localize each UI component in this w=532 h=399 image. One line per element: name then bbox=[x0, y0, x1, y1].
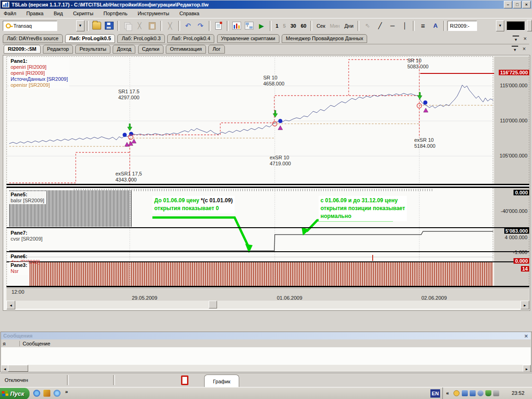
connection-label: Transaq bbox=[13, 23, 32, 29]
chart-button[interactable] bbox=[231, 20, 242, 31]
text-tool[interactable]: A bbox=[429, 20, 441, 31]
tray-clock-icon[interactable] bbox=[453, 390, 459, 396]
open-button[interactable] bbox=[91, 20, 103, 31]
pane-separator[interactable] bbox=[6, 187, 529, 188]
tab-workspace-prologik05[interactable]: Лаб: ProLogik0.5 bbox=[65, 34, 115, 43]
layout-button[interactable] bbox=[243, 20, 255, 31]
scroll-thumb[interactable] bbox=[8, 365, 28, 372]
title-bar[interactable]: TSLab (версия 1.1.7.17) - C:\МТС\TSLab\Н… bbox=[0, 0, 532, 9]
interval-5-button[interactable]: 5 bbox=[281, 21, 288, 31]
connection-combo[interactable]: Transaq bbox=[3, 21, 57, 31]
run-button[interactable]: ▶ bbox=[256, 20, 267, 31]
tray-volume-icon[interactable] bbox=[493, 390, 499, 396]
script-button[interactable] bbox=[213, 20, 224, 31]
hline-tool[interactable]: ─ bbox=[387, 20, 398, 31]
quicklaunch-ie-icon[interactable] bbox=[54, 390, 60, 397]
chart-view-button[interactable]: График bbox=[204, 375, 239, 388]
messages-header-row: я Сообщение bbox=[1, 340, 531, 348]
legend-source: ИсточнДанных [SR2009] bbox=[11, 76, 68, 82]
menu-item-scripts[interactable]: Скрипты bbox=[73, 11, 93, 16]
close-button[interactable]: × bbox=[522, 1, 531, 8]
quicklaunch-more-icon[interactable]: » bbox=[65, 389, 68, 394]
tray-expand-icon[interactable]: « bbox=[446, 390, 449, 396]
tab-workspace-scripts[interactable]: Управление скриптами bbox=[217, 34, 279, 43]
unit-min-button[interactable]: Мин bbox=[328, 21, 341, 31]
messages-list[interactable] bbox=[1, 347, 531, 365]
messages-title-bar[interactable]: Сообщения × bbox=[1, 332, 531, 339]
taskbar: Пуск » Насч... 2 Бл...▾ X 5 Mi...▾ V PRO… bbox=[0, 387, 532, 399]
pane-separator[interactable] bbox=[6, 261, 529, 262]
vline-tool[interactable]: │ bbox=[399, 20, 411, 31]
minimize-button[interactable]: – bbox=[504, 1, 512, 8]
instrument-dropdown[interactable]: ▼ bbox=[496, 20, 504, 31]
tab-view-log[interactable]: Лог bbox=[208, 45, 224, 54]
menu-item-tools[interactable]: Инструменты bbox=[138, 11, 169, 16]
interval-1-button[interactable]: 1 bbox=[274, 21, 280, 31]
cut-button[interactable]: ╳ bbox=[134, 20, 145, 31]
tab-view-results[interactable]: Результаты bbox=[75, 45, 110, 54]
unit-sec-button[interactable]: Сек bbox=[314, 21, 327, 31]
connection-dropdown[interactable]: ▼ bbox=[76, 20, 85, 31]
list-tool[interactable]: ≡ bbox=[417, 20, 429, 31]
menu-item-view[interactable]: Вид bbox=[54, 11, 63, 16]
quicklaunch-browser-icon[interactable] bbox=[33, 390, 40, 397]
tab-view-income[interactable]: Доход bbox=[113, 45, 135, 54]
tab-workspace-prologik03[interactable]: Лаб: ProLogik0.3 bbox=[117, 34, 164, 43]
tray-messenger-icon[interactable] bbox=[478, 390, 484, 396]
redo-button[interactable]: ↷ bbox=[195, 20, 206, 31]
legend-openiri: openiri [RI2009] bbox=[11, 64, 47, 70]
scroll-left-button[interactable]: ◂ bbox=[6, 301, 15, 309]
tab-workspace-dayrevbs[interactable]: Лаб: DAYrevBs source bbox=[3, 34, 63, 43]
tab-view-trades[interactable]: Сделки bbox=[138, 45, 164, 54]
menu-item-portfolio[interactable]: Портфель bbox=[103, 11, 127, 16]
color-swatch[interactable] bbox=[507, 21, 525, 30]
language-indicator[interactable]: EN bbox=[430, 389, 440, 398]
unit-day-button[interactable]: Дни bbox=[343, 21, 356, 31]
undo-button[interactable]: ↶ bbox=[182, 20, 194, 31]
interval-30-button[interactable]: 30 bbox=[289, 21, 298, 31]
menu-item-edit[interactable]: Правка bbox=[26, 11, 43, 16]
chart-scrollbar[interactable]: ◂ ▸ bbox=[6, 301, 529, 308]
tray-network2-icon[interactable] bbox=[470, 390, 476, 396]
tab-view-optimization[interactable]: Оптимизация bbox=[166, 45, 206, 54]
scroll-thumb[interactable] bbox=[209, 301, 217, 308]
view-tab-close-icon[interactable]: × bbox=[521, 46, 527, 52]
tray-network-icon[interactable] bbox=[462, 390, 468, 396]
chart-canvas[interactable] bbox=[6, 56, 494, 287]
messages-column-message[interactable]: Сообщение bbox=[23, 341, 50, 346]
save-button[interactable] bbox=[103, 20, 115, 31]
sr-label-exit1: exSR1 17,54343.000 bbox=[115, 171, 142, 183]
trendline-tool[interactable]: ╱ bbox=[374, 20, 386, 31]
tray-clock-time[interactable]: 23:52 bbox=[512, 390, 525, 396]
instrument-combo[interactable]: RI2009:- bbox=[447, 21, 477, 31]
restore-button[interactable]: □ bbox=[513, 1, 521, 8]
tab-workspace-prologik04[interactable]: Лаб: ProLogik0.4 bbox=[167, 34, 214, 43]
messages-close-icon[interactable]: × bbox=[524, 332, 531, 339]
legend-openii: openii [RI2009] bbox=[11, 70, 45, 76]
workspace-tab-close-icon[interactable]: × bbox=[522, 36, 528, 42]
pane-separator[interactable] bbox=[6, 251, 529, 252]
messages-scrollbar[interactable]: ◂ ▸ bbox=[1, 365, 531, 372]
chevron-down-icon[interactable]: ▾ bbox=[513, 36, 519, 42]
menu-item-file[interactable]: Файл bbox=[4, 11, 16, 16]
paste-button[interactable] bbox=[146, 20, 158, 31]
toolbar-overflow[interactable] bbox=[527, 20, 532, 31]
scroll-right-button[interactable]: ▸ bbox=[520, 301, 529, 309]
tray-shield-icon[interactable] bbox=[485, 390, 491, 396]
x-label-date1: 29.05.2009 bbox=[132, 295, 157, 301]
pointer-tool[interactable]: ⇖ bbox=[362, 20, 373, 31]
record-indicator-icon[interactable] bbox=[181, 375, 188, 385]
scroll-right-button[interactable]: ▸ bbox=[523, 365, 531, 373]
tab-workspace-providers[interactable]: Менеджер Провайдеров Данных bbox=[282, 34, 367, 43]
tab-view-editor[interactable]: Редактор bbox=[43, 45, 73, 54]
copy-button[interactable] bbox=[121, 20, 133, 31]
tab-view-chart[interactable]: RI2009:-:5M bbox=[4, 45, 41, 54]
messages-column-left[interactable]: я bbox=[1, 341, 19, 346]
interval-60-button[interactable]: 60 bbox=[299, 21, 308, 31]
delete-button[interactable]: ╳ bbox=[164, 20, 176, 31]
quicklaunch-icon[interactable] bbox=[43, 390, 50, 397]
menu-item-help[interactable]: Справка bbox=[180, 11, 200, 16]
chevron-down-icon[interactable]: ▾ bbox=[512, 47, 518, 53]
pane-separator[interactable] bbox=[6, 227, 529, 228]
start-button[interactable]: Пуск bbox=[0, 388, 30, 399]
